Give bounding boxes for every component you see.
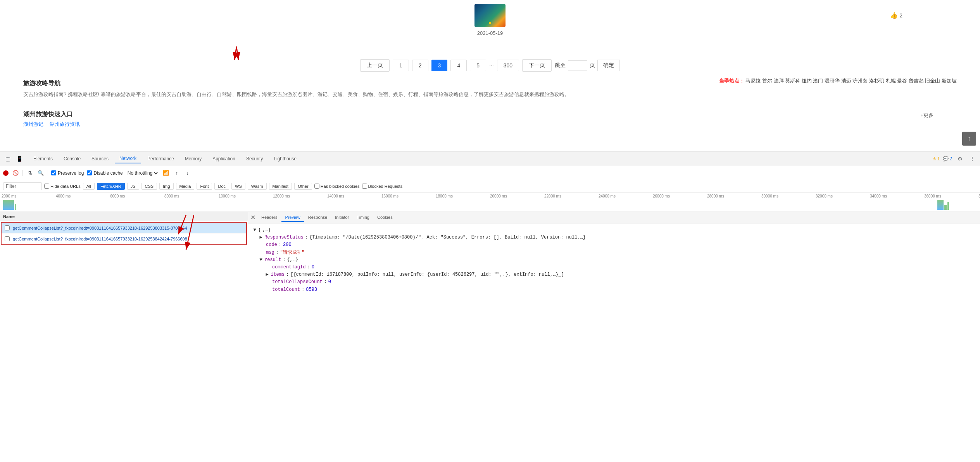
preview-tab-timing[interactable]: Timing [353, 213, 373, 222]
tab-elements[interactable]: Elements [29, 155, 57, 163]
filter-icon[interactable]: ⚗ [26, 169, 34, 177]
preview-tab-headers[interactable]: Headers [257, 213, 281, 222]
filter-doc-btn[interactable]: Doc [214, 183, 229, 190]
svg-line-1 [236, 46, 238, 60]
wifi-icon[interactable]: 📶 [162, 169, 170, 177]
tl-12000: 12000 ms [271, 194, 326, 198]
preserve-log-label[interactable]: Preserve log [51, 170, 84, 176]
msg-line: msg : "请求成功" [253, 249, 975, 256]
hide-data-urls-checkbox[interactable] [44, 184, 49, 189]
settings-icon[interactable]: ⚙ [955, 154, 964, 163]
rs-toggle[interactable]: ▶ [259, 234, 263, 241]
tcc-key: totalCollapseCount [272, 278, 323, 286]
more-icon[interactable]: ⋮ [968, 154, 977, 163]
rs-val: {Timestamp: "/Date(1629253803406+0800)/"… [309, 234, 586, 241]
filter-img-btn[interactable]: Img [159, 183, 173, 190]
root-toggle[interactable]: ▼ [253, 227, 257, 234]
tl-4000: 4000 ms [54, 194, 109, 198]
json-preview[interactable]: ▼ { ,…} ▶ ResponseStatus : {Timestamp: "… [248, 223, 980, 462]
tab-console[interactable]: Console [59, 155, 85, 163]
request-selection-box: getCommentCollapseList?_fxpcqlniredt=090… [1, 222, 247, 245]
clear-btn[interactable]: 🚫 [12, 169, 19, 177]
msg-colon: : [276, 249, 279, 256]
quick-link-2[interactable]: 湖州旅行资讯 [50, 121, 80, 128]
preview-tab-cookies[interactable]: Cookies [373, 213, 397, 222]
preserve-log-text: Preserve log [58, 170, 84, 176]
page-btn-300[interactable]: 300 [497, 60, 519, 71]
date-text: 2021-05-19 [477, 30, 503, 36]
filter-media-btn[interactable]: Media [176, 183, 195, 190]
quick-link-1[interactable]: 湖州游记 [23, 121, 43, 128]
has-blocked-checkbox[interactable] [314, 184, 319, 189]
export-icon[interactable]: ↓ [184, 169, 192, 177]
network-item-1[interactable]: getCommentCollapseList?_fxpcqlniredt=090… [2, 223, 246, 234]
confirm-btn[interactable]: 确定 [597, 60, 620, 71]
tab-sources[interactable]: Sources [87, 155, 113, 163]
filter-fetch-xhr-btn[interactable]: Fetch/XHR [97, 183, 125, 190]
filter-css-btn[interactable]: CSS [141, 183, 157, 190]
device-icon[interactable]: 📱 [15, 154, 24, 163]
import-icon[interactable]: ↑ [173, 169, 181, 177]
prev-page-btn[interactable]: 上一页 [360, 59, 390, 72]
tl-20000: 20000 ms [488, 194, 543, 198]
preview-tab-initiator[interactable]: Initiator [331, 213, 353, 222]
message-badge: 💬 2 [943, 156, 952, 161]
network-item-2[interactable]: getCommentCollapseList?_fxpcqlniredt=090… [2, 234, 246, 244]
tl-16000: 16000 ms [380, 194, 434, 198]
preserve-log-checkbox[interactable] [51, 170, 56, 175]
jump-input[interactable] [568, 60, 587, 70]
result-toggle[interactable]: ▼ [259, 256, 263, 264]
pagination: 上一页 1 2 3 4 5 ··· 300 下一页 跳至 页 确定 [360, 59, 620, 72]
filter-manifest-btn[interactable]: Manifest [269, 183, 292, 190]
has-blocked-label[interactable]: Has blocked cookies [314, 184, 360, 189]
more-link[interactable]: +更多 [920, 112, 933, 119]
page-btn-3[interactable]: 3 [431, 60, 448, 71]
preview-tab-response[interactable]: Response [304, 213, 331, 222]
devtools-tabs-bar: ⬚ 📱 Elements Console Sources Network Per… [0, 151, 980, 166]
tab-lighthouse[interactable]: Lighthouse [269, 155, 301, 163]
disable-cache-label[interactable]: Disable cache [87, 170, 122, 176]
tab-network[interactable]: Network [115, 154, 141, 163]
tab-memory[interactable]: Memory [180, 155, 206, 163]
tab-performance[interactable]: Performance [143, 155, 179, 163]
total-collapse-line: totalCollapseCount : 0 [253, 278, 975, 286]
preview-tab-preview[interactable]: Preview [281, 213, 304, 222]
item-2-checkbox[interactable] [5, 236, 10, 241]
search-icon[interactable]: 🔍 [37, 169, 45, 177]
msg-val: "请求成功" [280, 249, 304, 256]
record-btn[interactable] [3, 170, 9, 176]
filter-font-btn[interactable]: Font [197, 183, 212, 190]
items-toggle[interactable]: ▶ [265, 271, 269, 278]
blocked-requests-label[interactable]: Blocked Requests [362, 184, 403, 189]
tab-application[interactable]: Application [208, 155, 240, 163]
item-1-name: getCommentCollapseList?_fxpcqlniredt=090… [13, 226, 187, 230]
panel-close-btn[interactable]: ✕ [248, 213, 257, 222]
page-btn-1[interactable]: 1 [393, 60, 409, 71]
item-1-checkbox[interactable] [5, 225, 10, 230]
filter-wasm-btn[interactable]: Wasm [248, 183, 267, 190]
tc-key: totalCount [272, 286, 300, 294]
filter-js-btn[interactable]: JS [127, 183, 139, 190]
tl-34000: 34000 ms [868, 194, 923, 198]
throttle-select[interactable]: No throttling Fast 3G Slow 3G [126, 170, 159, 176]
items-val: [{commentId: 167187800, poiInfo: null, u… [290, 271, 564, 278]
blocked-requests-checkbox[interactable] [362, 184, 367, 189]
tab-security[interactable]: Security [242, 155, 267, 163]
filter-all-btn[interactable]: All [83, 183, 95, 190]
filter-other-btn[interactable]: Other [294, 183, 312, 190]
scroll-top-btn[interactable]: ↑ [962, 132, 976, 146]
total-count-line: totalCount : 8593 [253, 286, 975, 294]
page-btn-2[interactable]: 2 [412, 60, 428, 71]
preview-panel: ✕ Headers Preview Response Initiator Tim… [248, 212, 980, 462]
disable-cache-checkbox[interactable] [87, 170, 92, 175]
list-header: Name [0, 212, 248, 221]
page-btn-5[interactable]: 5 [470, 60, 486, 71]
inspect-icon[interactable]: ⬚ [3, 154, 12, 163]
tcc-val: 0 [328, 278, 331, 286]
waterfall-bars [3, 200, 16, 210]
hide-data-urls-label[interactable]: Hide data URLs [44, 184, 81, 189]
page-btn-4[interactable]: 4 [450, 60, 467, 71]
next-page-btn[interactable]: 下一页 [522, 59, 552, 72]
filter-input[interactable] [3, 182, 42, 190]
filter-ws-btn[interactable]: WS [231, 183, 245, 190]
